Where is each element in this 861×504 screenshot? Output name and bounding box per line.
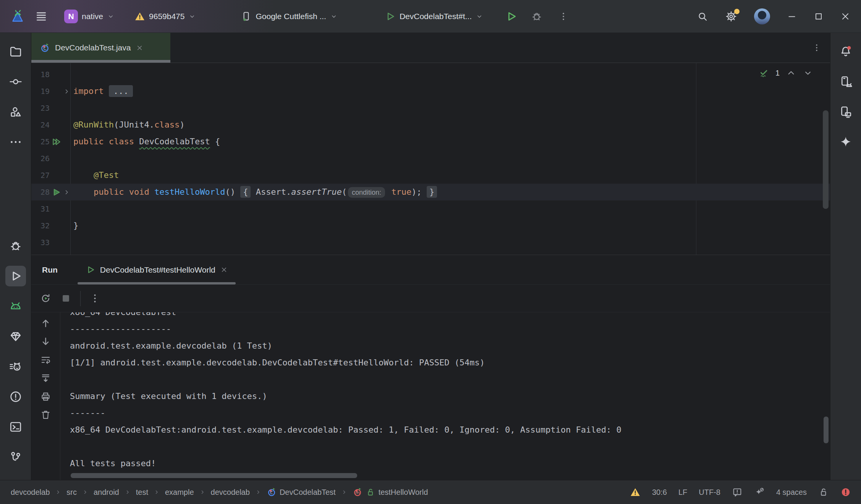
- breadcrumb-item[interactable]: example: [165, 488, 194, 497]
- settings-button[interactable]: [725, 10, 737, 23]
- line-number[interactable]: 33: [31, 234, 50, 251]
- project-widget[interactable]: N native: [64, 10, 115, 23]
- fold-region-icon[interactable]: [63, 184, 70, 200]
- search-icon[interactable]: [697, 11, 708, 22]
- inspections-status-icon[interactable]: [732, 487, 743, 498]
- tool-window-button-logcat[interactable]: [5, 296, 26, 317]
- breadcrumb-item[interactable]: test: [136, 488, 148, 497]
- breadcrumb-item[interactable]: android: [94, 488, 119, 497]
- minimize-button[interactable]: [787, 11, 797, 21]
- tool-window-button-terminal[interactable]: [5, 417, 26, 437]
- line-separator[interactable]: LF: [678, 488, 687, 497]
- test-console[interactable]: x86_64 DevCodelabTest-------------------…: [60, 312, 830, 480]
- run-class-gutter-icon[interactable]: [50, 133, 63, 150]
- android-studio-window: N native 9659b475 Google Cuttlefish ... …: [0, 0, 861, 504]
- line-number[interactable]: 28: [31, 184, 50, 200]
- tool-window-button-gemini[interactable]: [835, 132, 856, 152]
- chevron-down-icon: [330, 13, 338, 20]
- tool-window-button-notifications[interactable]: [835, 41, 856, 62]
- more-actions-button[interactable]: [558, 11, 569, 22]
- code-text: [70, 100, 73, 116]
- tool-window-button-app-quality-insights[interactable]: [5, 326, 26, 347]
- run-panel-title: Run: [42, 265, 58, 275]
- line-number[interactable]: 19: [31, 83, 50, 100]
- more-options-button[interactable]: [89, 292, 101, 304]
- tool-window-button-version-control[interactable]: [5, 447, 26, 467]
- fold-region-icon[interactable]: [63, 83, 70, 100]
- debug-button[interactable]: [531, 10, 543, 23]
- gutter-fold-slot: [63, 116, 70, 133]
- scroll-up-button[interactable]: [40, 318, 51, 329]
- breadcrumb-item[interactable]: devcodelab: [11, 488, 50, 497]
- code-text: public void testHelloWorld() { Assert.as…: [70, 184, 437, 200]
- tool-window-button-run[interactable]: [5, 266, 26, 286]
- line-number[interactable]: 32: [31, 217, 50, 234]
- chevron-down-icon: [188, 13, 196, 20]
- console-horizontal-scrollbar[interactable]: [71, 473, 357, 478]
- editor-scrollbar[interactable]: [823, 110, 829, 209]
- lock-open-icon[interactable]: [818, 487, 829, 498]
- breadcrumb-item[interactable]: CDevCodelabTest: [267, 487, 336, 497]
- tool-window-button-profiler[interactable]: [5, 356, 26, 377]
- tool-window-button-debug[interactable]: [5, 236, 26, 256]
- tool-window-button-device-manager[interactable]: [835, 71, 856, 92]
- rerun-button[interactable]: [40, 292, 52, 304]
- code-token: @RunWith: [73, 120, 114, 129]
- breadcrumb-separator-icon: [82, 489, 88, 495]
- tab-options-button[interactable]: [812, 43, 822, 53]
- caret-position[interactable]: 30:6: [652, 488, 667, 497]
- previous-problem-button[interactable]: [786, 68, 796, 78]
- main-menu-button[interactable]: [35, 10, 47, 23]
- line-number[interactable]: 24: [31, 116, 50, 133]
- stop-button[interactable]: [60, 292, 72, 304]
- run-tab[interactable]: DevCodelabTest#testHelloWorld: [78, 255, 236, 284]
- next-problem-button[interactable]: [803, 68, 813, 78]
- maximize-button[interactable]: [814, 11, 824, 21]
- chevron-down-icon: [476, 13, 483, 20]
- line-number[interactable]: 18: [31, 66, 50, 83]
- breadcrumb-item[interactable]: mtestHelloWorld: [353, 487, 428, 497]
- line-number[interactable]: 31: [31, 200, 50, 217]
- user-avatar[interactable]: [754, 8, 770, 24]
- console-vertical-scrollbar[interactable]: [824, 417, 829, 443]
- soft-wrap-button[interactable]: [40, 354, 51, 365]
- clear-button[interactable]: [40, 409, 51, 420]
- line-number[interactable]: 26: [31, 150, 50, 167]
- run-config-play-icon: [384, 11, 396, 22]
- tool-window-button-running-devices[interactable]: [835, 102, 856, 122]
- code-text: }: [70, 217, 78, 234]
- tool-window-button-more-tool-windows[interactable]: [5, 132, 26, 152]
- run-button[interactable]: [505, 10, 518, 23]
- close-icon[interactable]: [220, 266, 228, 274]
- ai-completion-disabled-icon[interactable]: [754, 487, 765, 498]
- line-number[interactable]: 23: [31, 100, 50, 116]
- tool-window-button-problems[interactable]: [5, 386, 26, 407]
- file-encoding[interactable]: UTF-8: [699, 488, 720, 497]
- run-configuration-selector[interactable]: DevCodelabTest#t...: [384, 11, 483, 22]
- vcs-widget[interactable]: 9659b475: [134, 11, 196, 22]
- code-token: Assert.: [251, 187, 291, 197]
- tool-window-button-structure[interactable]: [5, 102, 26, 122]
- indent-setting[interactable]: 4 spaces: [776, 488, 807, 497]
- scroll-to-end-button[interactable]: [40, 373, 51, 384]
- close-icon[interactable]: [136, 44, 144, 52]
- project-badge: N: [64, 10, 78, 23]
- breadcrumb-item[interactable]: src: [66, 488, 77, 497]
- line-number[interactable]: 25: [31, 133, 50, 150]
- gutter-fold-slot: [63, 66, 70, 83]
- scroll-down-button[interactable]: [40, 336, 51, 347]
- inspections-widget[interactable]: 1: [759, 68, 813, 78]
- error-notification-icon[interactable]: [840, 487, 851, 498]
- warning-icon[interactable]: [630, 487, 641, 498]
- print-button[interactable]: [40, 391, 51, 402]
- run-test-gutter-icon[interactable]: [50, 184, 63, 200]
- device-selector[interactable]: Google Cuttlefish ...: [241, 11, 337, 22]
- editor-tab[interactable]: C DevCodelabTest.java: [31, 33, 170, 63]
- line-number[interactable]: 27: [31, 167, 50, 184]
- breadcrumb-item[interactable]: devcodelab: [211, 488, 250, 497]
- close-button[interactable]: [840, 11, 850, 21]
- code-token: void: [129, 187, 149, 197]
- tool-window-button-commit[interactable]: [5, 71, 26, 92]
- code-editor[interactable]: 1819import ...2324@RunWith(JUnit4.class)…: [31, 63, 830, 255]
- tool-window-button-project[interactable]: [5, 41, 26, 62]
